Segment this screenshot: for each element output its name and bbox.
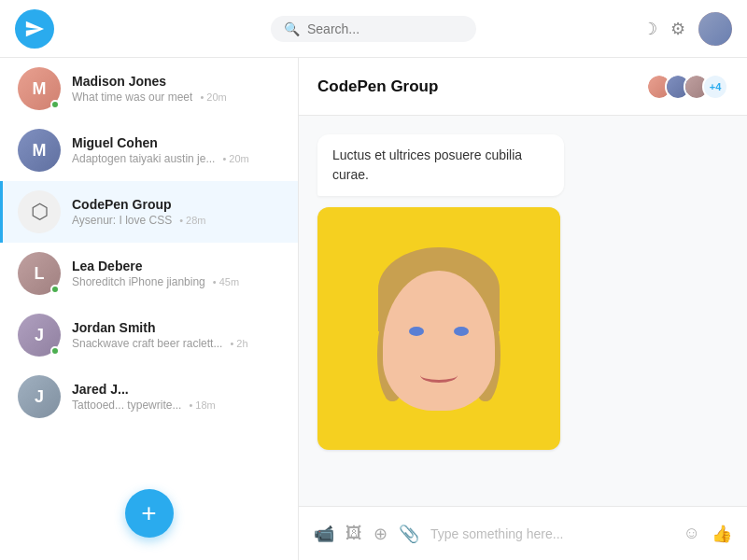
emoji-icon[interactable]: ☺ [684, 524, 700, 543]
video-icon[interactable]: 📹 [314, 524, 334, 544]
chat-meta-lea: Shoreditch iPhone jianbing • 45m [72, 275, 283, 288]
eye-right [454, 327, 469, 336]
conversation-item-jared[interactable]: J Jared J... Tattooed... typewrite... • … [0, 366, 298, 427]
chat-preview-lea: Shoreditch iPhone jianbing [72, 275, 205, 288]
chat-meta-jordan: Snackwave craft beer raclett... • 2h [72, 337, 283, 350]
telegram-icon [24, 19, 45, 39]
message-text-1: Luctus et ultrices posuere cubilia curae… [317, 134, 564, 196]
user-avatar[interactable] [698, 12, 732, 46]
plus-icon: + [141, 500, 156, 526]
message-text-content-1: Luctus et ultrices posuere cubilia curae… [332, 147, 522, 182]
message-input-bar: 📹 🖼 ⊕ 📎 ☺ 👍 [299, 506, 747, 560]
chat-name-jared: Jared J... [72, 382, 283, 397]
face-skin [383, 271, 495, 411]
conversation-item-jordan[interactable]: J Jordan Smith Snackwave craft beer racl… [0, 304, 298, 366]
online-indicator-lea [50, 285, 60, 294]
avatar-jared: J [18, 375, 61, 418]
chat-meta-madison: What time was our meet • 20m [72, 91, 283, 104]
chat-time-codepen: • 28m [179, 215, 205, 226]
chat-preview-codepen: Aysenur: I love CSS [72, 214, 172, 227]
chat-panel: CodePen Group +4 Luctus et ultrices posu… [299, 58, 747, 560]
group-member-avatars[interactable]: +4 [646, 74, 728, 100]
header-actions: ☽ ⚙ [642, 12, 732, 46]
search-input[interactable] [307, 21, 463, 36]
conversation-item-madison[interactable]: M Madison Jones What time was our meet •… [0, 58, 298, 119]
new-conversation-button[interactable]: + [125, 489, 174, 538]
chat-time-miguel: • 20m [222, 153, 248, 164]
moon-icon[interactable]: ☽ [642, 19, 657, 39]
chat-name-lea: Lea Debere [72, 259, 283, 273]
chat-info-miguel: Miguel Cohen Adaptogen taiyaki austin je… [72, 135, 283, 165]
conversation-item-lea[interactable]: L Lea Debere Shoreditch iPhone jianbing … [0, 243, 298, 304]
conversation-item-miguel[interactable]: M Miguel Cohen Adaptogen taiyaki austin … [0, 119, 298, 181]
chat-info-codepen: CodePen Group Aysenur: I love CSS • 28m [72, 197, 283, 227]
chat-preview-madison: What time was our meet [72, 91, 192, 104]
app-logo[interactable] [15, 9, 54, 49]
chat-meta-miguel: Adaptogen taiyaki austin je... • 20m [72, 152, 283, 165]
group-icon-codepen: ⬡ [18, 190, 61, 233]
face-art [374, 247, 504, 411]
chat-info-lea: Lea Debere Shoreditch iPhone jianbing • … [72, 259, 283, 288]
like-icon[interactable]: 👍 [712, 524, 732, 544]
messages-area: Luctus et ultrices posuere cubilia curae… [299, 116, 747, 506]
avatar-madison: M [18, 67, 61, 110]
conversation-item-codepen[interactable]: ⬡ CodePen Group Aysenur: I love CSS • 28… [0, 181, 298, 243]
chat-preview-jared: Tattooed... typewrite... [72, 399, 181, 412]
message-input[interactable] [430, 526, 672, 541]
main-layout: M Madison Jones What time was our meet •… [0, 58, 747, 560]
avatar-image-miguel: M [18, 129, 61, 172]
avatar-lea: L [18, 252, 61, 295]
chat-name-madison: Madison Jones [72, 74, 283, 89]
chat-info-jordan: Jordan Smith Snackwave craft beer raclet… [72, 320, 283, 350]
online-indicator-madison [50, 100, 60, 109]
avatar-jordan: J [18, 314, 61, 357]
search-bar[interactable]: 🔍 [271, 16, 476, 42]
chat-meta-codepen: Aysenur: I love CSS • 28m [72, 214, 283, 227]
image-icon[interactable]: 🖼 [345, 524, 362, 543]
chat-name-jordan: Jordan Smith [72, 320, 283, 335]
chat-preview-jordan: Snackwave craft beer raclett... [72, 337, 222, 350]
chat-time-lea: • 45m [213, 276, 239, 287]
portrait-image [317, 207, 560, 450]
chat-title: CodePen Group [317, 77, 646, 96]
chat-name-miguel: Miguel Cohen [72, 135, 283, 150]
member-count-badge: +4 [702, 74, 728, 100]
chat-time-jared: • 18m [189, 399, 215, 411]
sidebar: M Madison Jones What time was our meet •… [0, 58, 299, 560]
chat-name-codepen: CodePen Group [72, 197, 283, 212]
chat-meta-jared: Tattooed... typewrite... • 18m [72, 399, 283, 412]
add-icon[interactable]: ⊕ [374, 524, 388, 544]
chat-time-jordan: • 2h [230, 338, 247, 349]
online-indicator-jordan [50, 346, 60, 356]
avatar-image-jared: J [18, 375, 61, 418]
conversation-list: M Madison Jones What time was our meet •… [0, 58, 298, 560]
message-image-1 [317, 207, 560, 450]
eye-left [409, 327, 424, 336]
chat-time-madison: • 20m [200, 91, 226, 103]
attach-icon[interactable]: 📎 [399, 524, 419, 544]
chat-info-jared: Jared J... Tattooed... typewrite... • 18… [72, 382, 283, 412]
user-avatar-image [698, 12, 732, 46]
search-icon: 🔍 [284, 21, 300, 36]
app-header: 🔍 ☽ ⚙ [0, 0, 747, 58]
avatar-codepen: ⬡ [18, 190, 61, 233]
settings-icon[interactable]: ⚙ [670, 19, 685, 39]
chat-header: CodePen Group +4 [299, 58, 747, 116]
chat-info-madison: Madison Jones What time was our meet • 2… [72, 74, 283, 104]
face-mouth [420, 368, 458, 383]
chat-preview-miguel: Adaptogen taiyaki austin je... [72, 152, 215, 165]
avatar-miguel: M [18, 129, 61, 172]
